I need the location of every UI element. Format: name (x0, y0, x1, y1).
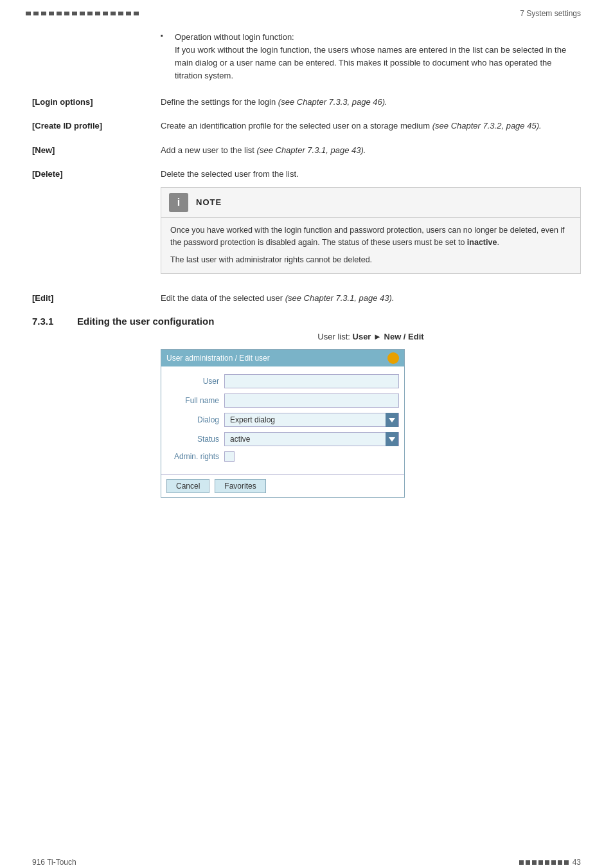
note-body: Once you have worked with the login func… (161, 218, 580, 273)
dialog-cancel-button[interactable]: Cancel (166, 479, 209, 493)
user-list-path-bold: User ► New / Edit (353, 332, 424, 341)
section-body-edit: Edit the data of the selected user (see … (161, 292, 581, 305)
section-label-delete: [Delete] (32, 168, 161, 179)
dialog-field-status: Status active (166, 432, 399, 446)
section-label-login-options: [Login options] (32, 96, 161, 107)
dialog-label-user: User (166, 377, 224, 386)
section-body-login-options: Define the settings for the login (see C… (161, 96, 581, 109)
section-title-731: Editing the user configuration (77, 316, 214, 327)
note-inactive-word: inactive (467, 238, 497, 247)
dialog-field-user: User (166, 374, 399, 388)
section-body-delete: Delete the selected user from the list. … (161, 168, 581, 280)
dialog-container: User administration / Edit user User Ful… (32, 349, 581, 498)
dialog-checkbox-admin-rights[interactable] (224, 451, 235, 462)
note-paragraph-1: Once you have worked with the login func… (170, 224, 571, 249)
dialog-label-admin-rights: Admin. rights (166, 452, 224, 461)
page-header: 7 System settings (0, 6, 613, 18)
bullet-row: ▪ Operation without login function: If y… (32, 31, 581, 83)
dialog-field-dialog: Dialog Expert dialog (166, 413, 399, 427)
section-delete: [Delete] Delete the selected user from t… (32, 168, 581, 280)
dialog-body: User Full name Dialog Expert dialog (161, 366, 404, 475)
footer-dot-6 (551, 860, 556, 865)
footer-dot-2 (526, 860, 530, 865)
dialog-select-dialog[interactable]: Expert dialog (224, 413, 399, 427)
dialog-close-button[interactable] (387, 352, 399, 364)
footer-dot-4 (538, 860, 543, 865)
note-header: i NOTE (161, 188, 580, 218)
dialog-titlebar: User administration / Edit user (161, 350, 404, 366)
note-box: i NOTE Once you have worked with the log… (161, 187, 581, 274)
page: 7 System settings ▪ Operation without lo… (0, 12, 613, 868)
bullet-title: Operation without login function: (175, 31, 581, 44)
dialog-select-dialog-value: Expert dialog (227, 415, 386, 424)
chapter-label: 7 System settings (520, 6, 581, 18)
footer-dot-1 (519, 860, 524, 865)
note-title: NOTE (196, 196, 222, 209)
section-create-id-profile: [Create ID profile] Create an identifica… (32, 120, 581, 132)
section-body-create-id-profile: Create an identification profile for the… (161, 120, 581, 132)
dialog-select-dialog-arrow (386, 413, 398, 427)
section-731-heading: 7.3.1 Editing the user configuration (32, 316, 581, 327)
dialog-label-status: Status (166, 435, 224, 444)
bullet-symbol: ▪ (161, 31, 168, 83)
dialog-select-status[interactable]: active (224, 432, 399, 446)
section-edit: [Edit] Edit the data of the selected use… (32, 292, 581, 305)
footer-dot-5 (545, 860, 549, 865)
dialog-field-admin-rights: Admin. rights (166, 451, 399, 462)
user-list-path: User list: User ► New / Edit (32, 332, 581, 341)
section-new: [New] Add a new user to the list (see Ch… (32, 144, 581, 157)
section-body-new: Add a new user to the list (see Chapter … (161, 144, 581, 157)
footer-right: 43 (519, 858, 581, 867)
section-label-edit: [Edit] (32, 292, 161, 303)
dialog-box: User administration / Edit user User Ful… (161, 349, 405, 498)
dialog-select-status-arrow (386, 432, 398, 446)
section-login-options: [Login options] Define the settings for … (32, 96, 581, 109)
footer-dot-3 (532, 860, 537, 865)
dialog-input-fullname[interactable] (224, 393, 399, 408)
page-footer: 916 Ti-Touch 43 (0, 858, 613, 867)
section-label-new: [New] (32, 144, 161, 155)
footer-page-number: 43 (573, 858, 581, 867)
section-label-create-id-profile: [Create ID profile] (32, 120, 161, 131)
footer-product: 916 Ti-Touch (32, 858, 76, 867)
content-area: ▪ Operation without login function: If y… (0, 18, 613, 549)
dialog-title: User administration / Edit user (166, 354, 270, 363)
dialog-field-fullname: Full name (166, 393, 399, 408)
dialog-footer: Cancel Favorites (161, 475, 404, 497)
dialog-favorites-button[interactable]: Favorites (215, 479, 265, 493)
section-number-731: 7.3.1 (32, 316, 64, 327)
note-paragraph-2: The last user with administrator rights … (170, 254, 571, 266)
dialog-input-user[interactable] (224, 374, 399, 388)
dialog-select-status-value: active (227, 435, 386, 444)
bullet-body: If you work without the login function, … (175, 45, 566, 80)
bullet-content: Operation without login function: If you… (175, 31, 581, 83)
footer-dots (519, 860, 569, 865)
note-icon: i (169, 193, 188, 212)
dialog-label-dialog: Dialog (166, 415, 224, 424)
footer-dot-8 (564, 860, 569, 865)
footer-dot-7 (558, 860, 562, 865)
dialog-label-fullname: Full name (166, 396, 224, 405)
